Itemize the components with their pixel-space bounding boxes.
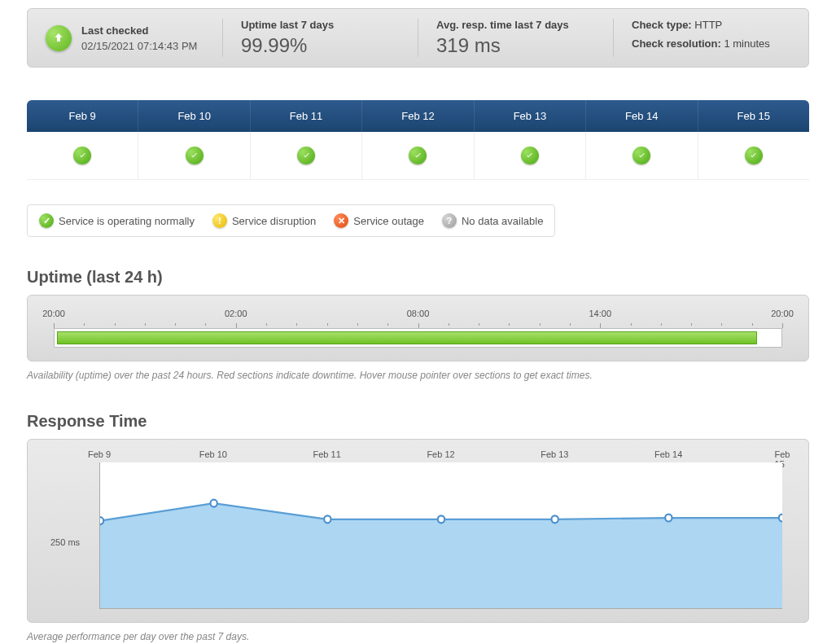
check-ok-icon: [186, 147, 204, 164]
svg-point-0: [100, 517, 103, 524]
day-header: Feb 12: [362, 100, 474, 132]
uptime-panel: 20:0002:0008:0014:0020:00: [27, 295, 809, 361]
day-header: Feb 15: [698, 100, 809, 132]
check-ok-icon: [73, 147, 91, 164]
svg-point-2: [324, 515, 330, 523]
last-checked-timestamp: 02/15/2021 07:14:43 PM: [81, 40, 197, 52]
question-icon: ?: [442, 213, 457, 228]
error-icon: ✕: [334, 213, 348, 228]
uptime-track[interactable]: [54, 328, 782, 348]
svg-point-4: [551, 515, 558, 523]
check-res-label: Check resolution:: [632, 37, 721, 50]
check-ok-icon: [632, 147, 650, 164]
check-ok-icon: ✓: [39, 213, 54, 228]
legend-nodata-label: No data available: [462, 215, 543, 227]
day-status-cell[interactable]: [138, 132, 250, 180]
day-status-cell[interactable]: [27, 132, 138, 180]
uptime-label: Uptime last 7 days: [241, 19, 400, 31]
check-ok-icon: [521, 147, 539, 164]
legend-ok-label: Service is operating normally: [59, 215, 195, 227]
day-status-cell[interactable]: [362, 132, 474, 180]
rt-panel: Feb 9Feb 10Feb 11Feb 12Feb 13Feb 14Feb 1…: [27, 439, 809, 623]
rt-plot[interactable]: [99, 462, 782, 609]
svg-point-1: [210, 500, 217, 507]
uptime-cell: Uptime last 7 days 99.99%: [223, 19, 418, 57]
rt-section-title: Response Time: [27, 412, 809, 431]
legend-down-label: Service outage: [353, 215, 424, 227]
day-header: Feb 14: [586, 100, 698, 132]
check-ok-icon: [297, 147, 315, 164]
day-header: Feb 11: [251, 100, 362, 132]
svg-point-6: [779, 515, 782, 522]
check-res-value: 1 minutes: [724, 37, 769, 50]
summary-panel: Last checked 02/15/2021 07:14:43 PM Upti…: [27, 8, 809, 68]
last-checked-cell: Last checked 02/15/2021 07:14:43 PM: [28, 19, 223, 57]
legend-warn-label: Service disruption: [232, 215, 316, 227]
day-header: Feb 9: [27, 100, 138, 132]
legend-warn: !Service disruption: [212, 213, 316, 228]
uptime-fill: [57, 331, 757, 344]
status-legend: ✓Service is operating normally !Service …: [27, 204, 555, 237]
last-checked-label: Last checked: [81, 24, 197, 37]
day-status-cell[interactable]: [698, 132, 809, 180]
day-status-cell[interactable]: [475, 132, 586, 180]
uptime-value: 99.99%: [241, 34, 400, 57]
check-ok-icon: [745, 147, 763, 164]
avg-resp-cell: Avg. resp. time last 7 days 319 ms: [418, 19, 614, 57]
check-ok-icon: [409, 147, 427, 164]
rt-caption: Average performance per day over the pas…: [27, 631, 809, 642]
svg-point-5: [665, 515, 672, 522]
up-arrow-icon: [46, 25, 72, 51]
check-type-label: Check type:: [632, 19, 692, 31]
day-status-cell[interactable]: [586, 132, 698, 180]
legend-down: ✕Service outage: [334, 213, 424, 228]
warning-icon: !: [212, 213, 227, 228]
day-header: Feb 10: [138, 100, 250, 132]
check-type-value: HTTP: [694, 19, 722, 31]
legend-nodata: ?No data available: [442, 213, 543, 228]
uptime-xaxis: 20:0002:0008:0014:0020:00: [54, 309, 782, 320]
avg-resp-value: 319 ms: [436, 34, 595, 57]
check-meta-cell: Check type: HTTP Check resolution: 1 min…: [614, 19, 808, 57]
rt-ytick-label: 250 ms: [50, 537, 80, 547]
uptime-section-title: Uptime (last 24 h): [27, 268, 809, 287]
days-body: [27, 132, 809, 180]
avg-resp-label: Avg. resp. time last 7 days: [436, 19, 595, 31]
legend-ok: ✓Service is operating normally: [39, 213, 195, 228]
day-status-cell[interactable]: [251, 132, 362, 180]
days-status-table: Feb 9 Feb 10 Feb 11 Feb 12 Feb 13 Feb 14…: [27, 100, 809, 180]
days-header: Feb 9 Feb 10 Feb 11 Feb 12 Feb 13 Feb 14…: [27, 100, 809, 132]
svg-point-3: [438, 515, 444, 523]
rt-xaxis: Feb 9Feb 10Feb 11Feb 12Feb 13Feb 14Feb 1…: [99, 449, 782, 461]
uptime-caption: Availability (uptime) over the past 24 h…: [27, 370, 809, 381]
day-header: Feb 13: [475, 100, 586, 132]
